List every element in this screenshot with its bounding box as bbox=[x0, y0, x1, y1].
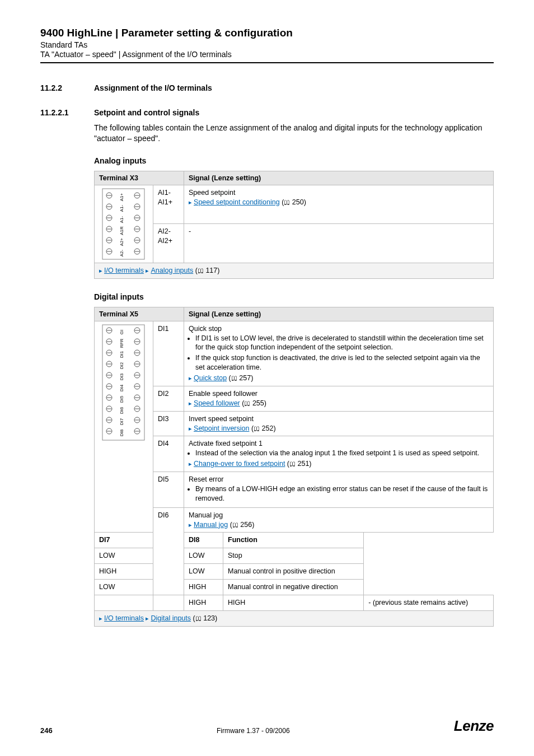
analog-col2-header: Signal (Lenze setting) bbox=[184, 171, 494, 185]
subsection-title: Setpoint and control signals bbox=[94, 108, 199, 117]
lenze-logo: Lenze bbox=[454, 717, 494, 735]
di6-title: Manual jog bbox=[189, 511, 223, 519]
io-terminals-link[interactable]: I/O terminals bbox=[104, 267, 144, 274]
nested-cell: - (previous state remains active) bbox=[364, 595, 494, 610]
change-over-fixed-setpoint-link[interactable]: Change-over to fixed setpoint bbox=[194, 460, 285, 468]
di4-title: Activate fixed setpoint 1 bbox=[189, 440, 263, 447]
page-ref: ( 256) bbox=[230, 521, 255, 529]
digital-heading: Digital inputs bbox=[94, 292, 494, 301]
footer-center: Firmware 1.37 - 09/2006 bbox=[217, 727, 290, 735]
analog-row-label: AI1- AI1+ bbox=[153, 185, 184, 224]
svg-text:DI5: DI5 bbox=[119, 395, 124, 403]
di1-bullet: If DI1 is set to LOW level, the drive is… bbox=[195, 334, 489, 353]
svg-text:DI4: DI4 bbox=[119, 384, 124, 391]
manual-jog-link[interactable]: Manual jog bbox=[194, 521, 228, 529]
digital-inputs-link[interactable]: Digital inputs bbox=[151, 614, 191, 622]
nested-cell: LOW bbox=[184, 548, 223, 564]
svg-text:RFR: RFR bbox=[119, 338, 124, 348]
di4-label: DI4 bbox=[153, 436, 184, 472]
quick-stop-link[interactable]: Quick stop bbox=[194, 374, 227, 382]
nested-cell: Manual control in negative direction bbox=[223, 580, 364, 595]
di6-label: DI6 bbox=[153, 507, 184, 595]
svg-text:A1R: A1R bbox=[119, 226, 124, 235]
di1-signal: Quick stop If DI1 is set to LOW level, t… bbox=[184, 321, 494, 386]
digital-col2-header: Signal (Lenze setting) bbox=[184, 307, 494, 321]
di4-bullet: Instead of the selection via the analog … bbox=[195, 449, 489, 458]
nested-cell: HIGH bbox=[223, 595, 364, 610]
arrow-icon: ▸ bbox=[189, 375, 194, 381]
table-row: HIGH HIGH - (previous state remains acti… bbox=[95, 595, 494, 610]
svg-text:A2+: A2+ bbox=[119, 237, 124, 246]
analog-row-signal: - bbox=[184, 224, 494, 263]
arrow-icon: ▸ bbox=[189, 521, 194, 528]
di1-bullet: If the quick stop function is deactivate… bbox=[195, 353, 489, 372]
di3-title: Invert speed setpoint bbox=[189, 415, 254, 423]
svg-text:DI2: DI2 bbox=[119, 362, 124, 369]
analog-table: Terminal X3 Signal (Lenze setting) A1+A1… bbox=[94, 171, 494, 279]
di2-signal: Enable speed follower ▸ Speed follower (… bbox=[184, 386, 494, 411]
nested-cell: Manual control in positive direction bbox=[223, 564, 364, 580]
io-terminals-link[interactable]: I/O terminals bbox=[104, 614, 144, 622]
di3-label: DI3 bbox=[153, 411, 184, 436]
digital-table: Terminal X5 Signal (Lenze setting) GIRFR… bbox=[94, 307, 494, 627]
di3-signal: Invert speed setpoint ▸ Setpoint inversi… bbox=[184, 411, 494, 436]
analog-signal-text: Speed setpoint bbox=[189, 189, 235, 197]
nested-cell: LOW bbox=[184, 564, 223, 580]
section-number: 11.2.2 bbox=[40, 83, 94, 92]
svg-text:DI8: DI8 bbox=[119, 429, 124, 436]
di5-signal: Reset error By means of a LOW-HIGH edge … bbox=[184, 472, 494, 508]
di6-signal: Manual jog ▸ Manual jog ( 256) bbox=[184, 507, 494, 533]
nested-cell: LOW bbox=[95, 548, 153, 564]
breadcrumb-line1: Standard TAs bbox=[40, 40, 494, 49]
di4-signal: Activate fixed setpoint 1 Instead of the… bbox=[184, 436, 494, 472]
analog-heading: Analog inputs bbox=[94, 156, 494, 165]
arrow-icon: ▸ bbox=[189, 425, 194, 432]
page-ref: ( 123) bbox=[193, 614, 218, 622]
svg-text:A2-: A2- bbox=[119, 249, 124, 256]
svg-text:DI6: DI6 bbox=[119, 407, 124, 414]
arrow-icon: ▸ bbox=[99, 615, 104, 622]
di5-label: DI5 bbox=[153, 472, 184, 508]
analog-footer-links: ▸ I/O terminals ▸ Analog inputs ( 117) bbox=[95, 263, 494, 278]
page-ref: ( 255) bbox=[242, 399, 266, 407]
nested-cell: HIGH bbox=[184, 595, 223, 610]
page-ref: ( 251) bbox=[287, 460, 312, 468]
arrow-icon: ▸ bbox=[189, 400, 194, 407]
nested-cell: Stop bbox=[223, 548, 364, 564]
subsection-number: 11.2.2.1 bbox=[40, 108, 94, 117]
nested-header-function: Function bbox=[223, 533, 364, 548]
svg-text:A1-: A1- bbox=[119, 204, 124, 212]
nested-cell: LOW bbox=[95, 580, 153, 595]
analog-inputs-link[interactable]: Analog inputs bbox=[151, 267, 193, 274]
digital-footer-links: ▸ I/O terminals ▸ Digital inputs ( 123) bbox=[95, 610, 494, 626]
digital-terminal-diagram: GIRFRDI1DI2DI3DI4DI5DI6DI7DI8 bbox=[95, 321, 153, 533]
page-ref: ( 117) bbox=[195, 267, 220, 274]
svg-text:DI3: DI3 bbox=[119, 373, 124, 380]
analog-col1-header: Terminal X3 bbox=[95, 171, 184, 185]
arrow-icon: ▸ bbox=[99, 267, 104, 274]
analog-terminal-diagram: A1+A1-A1-A1RA2+A2- bbox=[95, 185, 153, 263]
page-ref: ( 257) bbox=[229, 374, 254, 382]
analog-row-label: AI2- AI2+ bbox=[153, 224, 184, 263]
nested-header-di8: DI8 bbox=[184, 533, 223, 548]
setpoint-inversion-link[interactable]: Setpoint inversion bbox=[194, 424, 249, 432]
breadcrumb-line2: TA "Actuator – speed" | Assignment of th… bbox=[40, 50, 494, 59]
di5-bullet: By means of a LOW-HIGH edge an existing … bbox=[195, 484, 489, 503]
di2-title: Enable speed follower bbox=[189, 390, 257, 398]
svg-text:A1-: A1- bbox=[119, 216, 124, 223]
svg-text:DI1: DI1 bbox=[119, 351, 124, 358]
section-title: Assignment of the I/O terminals bbox=[94, 83, 212, 92]
speed-setpoint-conditioning-link[interactable]: Speed setpoint conditioning bbox=[194, 198, 280, 206]
arrow-icon: ▸ bbox=[189, 460, 194, 467]
svg-text:A1+: A1+ bbox=[119, 193, 124, 201]
page-ref: ( 252) bbox=[251, 424, 276, 432]
page-title: 9400 HighLine | Parameter setting & conf… bbox=[40, 27, 494, 39]
di2-label: DI2 bbox=[153, 386, 184, 411]
nested-cell: HIGH bbox=[184, 580, 223, 595]
page-number: 246 bbox=[40, 726, 53, 735]
arrow-icon: ▸ bbox=[189, 199, 194, 206]
svg-text:DI7: DI7 bbox=[119, 418, 124, 425]
nested-cell: HIGH bbox=[95, 564, 153, 580]
intro-paragraph: The following tables contain the Lenze a… bbox=[94, 123, 494, 144]
speed-follower-link[interactable]: Speed follower bbox=[194, 399, 240, 407]
